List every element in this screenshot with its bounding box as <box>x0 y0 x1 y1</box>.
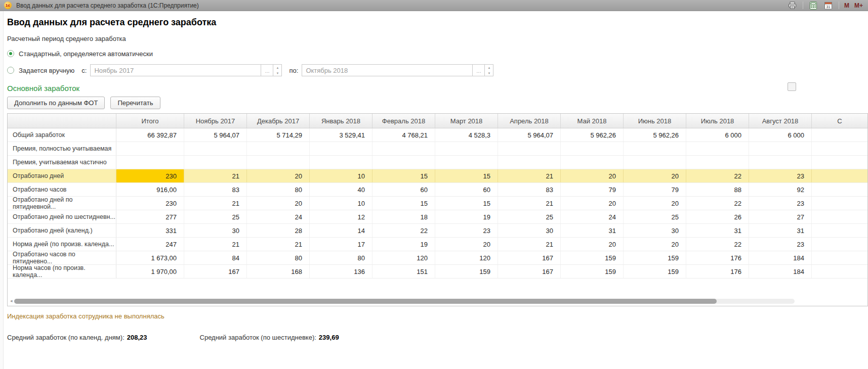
table-cell[interactable]: 20 <box>624 197 686 210</box>
table-cell[interactable]: 21 <box>184 197 247 210</box>
to-spinner[interactable]: ▲ ▼ <box>485 64 493 76</box>
table-cell[interactable]: 151 <box>373 265 435 278</box>
table-cell[interactable]: 4 768,21 <box>373 128 435 142</box>
row-label[interactable]: Норма дней (по произв. календа... <box>8 238 116 251</box>
table-cell[interactable] <box>812 156 867 169</box>
row-label[interactable]: Премия, учитываемая частично <box>8 156 116 169</box>
table-cell[interactable]: 120 <box>435 251 498 264</box>
to-picker-button[interactable]: ... <box>473 64 485 76</box>
table-cell[interactable]: 92 <box>749 183 812 196</box>
table-cell[interactable] <box>686 142 749 155</box>
period-option-manual[interactable]: Задается вручную с: Ноябрь 2017 ... ▲ ▼ … <box>7 64 868 76</box>
table-cell[interactable]: 23 <box>749 169 812 182</box>
radio-unselected-icon[interactable] <box>7 67 14 74</box>
table-cell[interactable]: 159 <box>624 251 686 264</box>
table-cell[interactable] <box>812 128 867 142</box>
table-cell[interactable] <box>812 224 867 237</box>
table-cell[interactable] <box>812 169 867 182</box>
table-row[interactable]: Отработано часов916,00838040606083797988… <box>8 183 867 197</box>
table-cell[interactable] <box>561 156 624 169</box>
table-cell[interactable] <box>247 142 310 155</box>
table-cell[interactable] <box>812 251 867 264</box>
table-cell[interactable]: 15 <box>373 169 435 182</box>
table-cell[interactable]: 159 <box>561 265 624 278</box>
scrollbar-track[interactable] <box>14 299 795 304</box>
more-button[interactable] <box>788 82 796 91</box>
table-cell[interactable]: 25 <box>498 210 561 223</box>
spin-down-icon[interactable]: ▼ <box>485 70 493 76</box>
table-cell[interactable]: 20 <box>435 238 498 251</box>
table-cell[interactable]: 10 <box>310 169 373 182</box>
table-cell[interactable]: 167 <box>498 265 561 278</box>
table-cell[interactable]: 20 <box>561 238 624 251</box>
table-cell[interactable]: 19 <box>373 238 435 251</box>
period-option-standard[interactable]: Стандартный, определяется автоматически <box>7 48 868 60</box>
table-cell[interactable]: 23 <box>749 197 812 210</box>
spin-up-icon[interactable]: ▲ <box>485 65 493 70</box>
table-row[interactable]: Норма дней (по произв. календа...2472121… <box>8 238 867 251</box>
table-cell[interactable] <box>310 156 373 169</box>
print-icon[interactable] <box>788 1 798 10</box>
table-cell[interactable]: 136 <box>310 265 373 278</box>
table-cell[interactable]: 88 <box>686 183 749 196</box>
table-cell[interactable]: 159 <box>561 251 624 264</box>
table-cell[interactable]: 167 <box>498 251 561 264</box>
table-cell[interactable] <box>624 156 686 169</box>
table-row[interactable]: Отработано дней по пятидневной...2302120… <box>8 197 867 210</box>
table-cell[interactable] <box>116 156 184 169</box>
table-cell[interactable]: 5 962,26 <box>624 128 686 142</box>
row-label[interactable]: Отработано дней по шестидневн... <box>8 210 116 223</box>
table-cell[interactable]: 80 <box>247 183 310 196</box>
table-cell[interactable]: 10 <box>310 197 373 210</box>
reread-button[interactable]: Перечитать <box>110 97 160 109</box>
table-row[interactable]: Премия, полностью учитываемая <box>8 142 867 156</box>
scrollbar-thumb[interactable] <box>14 299 717 304</box>
table-row[interactable]: Премия, учитываемая частично <box>8 156 867 169</box>
table-cell[interactable]: 15 <box>373 197 435 210</box>
calculator-icon[interactable] <box>808 1 818 10</box>
table-cell[interactable]: 6 000 <box>749 128 812 142</box>
table-cell[interactable]: 25 <box>184 210 247 223</box>
table-cell[interactable]: 60 <box>373 183 435 196</box>
table-cell[interactable]: 159 <box>624 265 686 278</box>
table-cell[interactable]: 14 <box>310 224 373 237</box>
table-cell[interactable] <box>812 238 867 251</box>
table-cell[interactable]: 30 <box>498 224 561 237</box>
from-spinner[interactable]: ▲ ▼ <box>273 64 282 76</box>
table-cell[interactable]: 22 <box>686 169 749 182</box>
table-cell[interactable]: 4 528,3 <box>435 128 498 142</box>
table-cell[interactable]: 30 <box>624 224 686 237</box>
table-cell[interactable]: 31 <box>749 224 812 237</box>
table-cell[interactable]: 31 <box>686 224 749 237</box>
from-picker-button[interactable]: ... <box>261 64 273 76</box>
table-cell[interactable]: 79 <box>624 183 686 196</box>
row-label[interactable]: Отработано дней (календ.) <box>8 224 116 237</box>
table-cell[interactable] <box>184 156 247 169</box>
table-cell[interactable]: 1 673,00 <box>116 251 184 264</box>
table-cell[interactable]: 26 <box>686 210 749 223</box>
table-cell[interactable]: 30 <box>184 224 247 237</box>
table-cell[interactable]: 20 <box>247 169 310 182</box>
fill-from-fot-button[interactable]: Дополнить по данным ФОТ <box>7 97 105 109</box>
table-cell[interactable]: 19 <box>435 210 498 223</box>
table-cell[interactable]: 22 <box>373 224 435 237</box>
table-cell[interactable]: 20 <box>624 169 686 182</box>
row-label[interactable]: Отработано часов <box>8 183 116 196</box>
table-row[interactable]: Отработано дней23021201015152120202223 <box>8 169 867 183</box>
table-cell[interactable]: 83 <box>498 183 561 196</box>
table-cell[interactable]: 17 <box>310 238 373 251</box>
row-label[interactable]: Отработано часов по пятидневно... <box>8 251 116 264</box>
row-label[interactable]: Отработано дней <box>8 169 116 182</box>
table-cell[interactable] <box>498 156 561 169</box>
spin-up-icon[interactable]: ▲ <box>273 65 281 70</box>
table-cell[interactable]: 5 964,07 <box>184 128 247 142</box>
table-cell[interactable]: 22 <box>686 197 749 210</box>
table-cell[interactable] <box>435 142 498 155</box>
table-cell[interactable]: 159 <box>435 265 498 278</box>
memory-m-button[interactable]: M <box>844 2 849 9</box>
table-cell[interactable]: 1 970,00 <box>116 265 184 278</box>
table-cell[interactable]: 5 962,26 <box>561 128 624 142</box>
table-cell[interactable] <box>686 156 749 169</box>
table-cell[interactable]: 18 <box>373 210 435 223</box>
table-cell[interactable]: 3 529,41 <box>310 128 373 142</box>
